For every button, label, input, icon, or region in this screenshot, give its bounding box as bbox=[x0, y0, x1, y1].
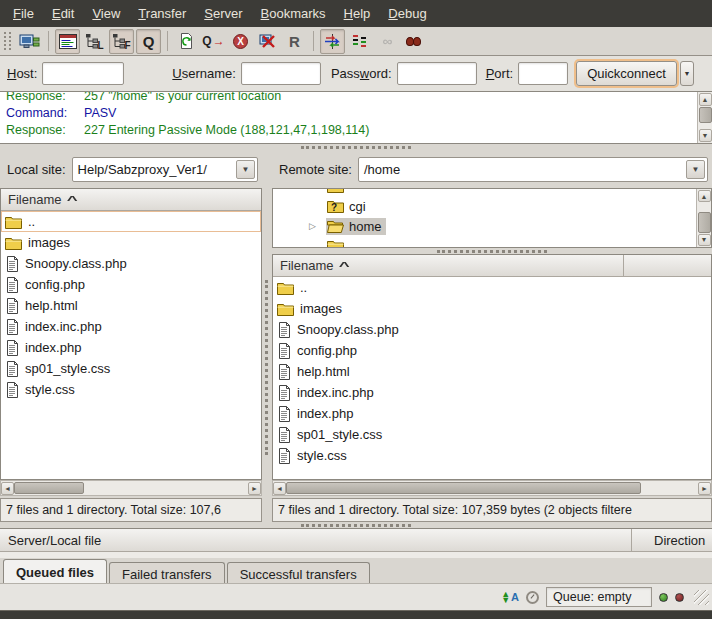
file-row[interactable]: index.php bbox=[1, 337, 261, 358]
menu-file[interactable]: File bbox=[4, 2, 43, 25]
refresh-button[interactable] bbox=[174, 29, 199, 54]
file-icon bbox=[5, 277, 19, 293]
directory-comparison-button[interactable] bbox=[347, 29, 372, 54]
local-site-dropdown-button[interactable]: ▼ bbox=[236, 160, 255, 179]
scroll-right-icon[interactable]: ► bbox=[248, 482, 261, 495]
file-row[interactable]: help.html bbox=[273, 361, 711, 382]
tree-item-name: cgi bbox=[349, 199, 366, 214]
file-row[interactable]: sp01_style.css bbox=[273, 424, 711, 445]
scroll-up-icon[interactable]: ▲ bbox=[699, 93, 712, 106]
folder-open-icon bbox=[327, 219, 344, 233]
file-icon bbox=[5, 319, 19, 335]
tree-item-partial[interactable] bbox=[273, 236, 711, 248]
tree-scrollbar[interactable]: ▲ ▼ bbox=[696, 189, 711, 247]
speed-limits-icon[interactable] bbox=[526, 591, 539, 604]
glyph-F: F bbox=[124, 40, 130, 51]
tab-failed-transfers[interactable]: Failed transfers bbox=[109, 562, 225, 583]
file-row[interactable]: index.inc.php bbox=[273, 382, 711, 403]
quickconnect-dropdown-button[interactable]: ▼ bbox=[680, 61, 694, 86]
port-input[interactable] bbox=[518, 62, 568, 85]
resize-grip[interactable] bbox=[694, 590, 709, 605]
toggle-remote-tree-button[interactable]: F bbox=[109, 29, 134, 54]
remote-hscroll-thumb[interactable] bbox=[286, 482, 641, 494]
file-row[interactable]: index.php bbox=[273, 403, 711, 424]
scroll-left-icon[interactable]: ◄ bbox=[1, 482, 14, 495]
remote-file-list: Filename ^ ..imagesSnoopy.class.phpconfi… bbox=[272, 254, 712, 480]
file-row[interactable]: style.css bbox=[273, 445, 711, 466]
menu-edit[interactable]: Edit bbox=[43, 2, 83, 25]
file-row[interactable]: sp01_style.css bbox=[1, 358, 261, 379]
file-row[interactable]: config.php bbox=[273, 340, 711, 361]
local-site-value: Help/Sabzproxy_Ver1/ bbox=[78, 162, 207, 177]
remote-horizontal-scrollbar[interactable]: ◄ ► bbox=[272, 480, 712, 496]
toggle-local-tree-button[interactable]: L bbox=[82, 29, 107, 54]
chevron-down-icon: ▼ bbox=[683, 70, 690, 77]
remote-list-header[interactable]: Filename ^ bbox=[273, 255, 711, 277]
tree-scrollbar-thumb[interactable] bbox=[698, 212, 711, 233]
transfer-type-icon[interactable]: ▲▼A bbox=[501, 591, 519, 603]
site-manager-button[interactable] bbox=[17, 29, 42, 54]
scroll-up-icon[interactable]: ▲ bbox=[698, 190, 711, 202]
password-input[interactable] bbox=[397, 62, 477, 85]
direction-column-header[interactable]: Direction bbox=[632, 533, 712, 548]
file-row[interactable]: .. bbox=[273, 277, 711, 298]
tree-item-home[interactable]: ▷home bbox=[273, 216, 711, 236]
filename-column-header[interactable]: Filename bbox=[280, 258, 333, 273]
toolbar-grip-handle[interactable] bbox=[4, 32, 11, 50]
toggle-message-log-button[interactable] bbox=[55, 29, 80, 54]
search-button[interactable] bbox=[401, 29, 426, 54]
server-local-file-column-header[interactable]: Server/Local file bbox=[0, 529, 632, 551]
toggle-queue-button[interactable]: Q bbox=[136, 29, 161, 54]
queue-splitter[interactable] bbox=[0, 522, 712, 528]
log-scrollbar-thumb[interactable] bbox=[699, 107, 712, 123]
menu-server[interactable]: Server bbox=[195, 2, 251, 25]
menu-help[interactable]: Help bbox=[335, 2, 380, 25]
file-row[interactable]: Snoopy.class.php bbox=[1, 253, 261, 274]
quickconnect-bar: Host: Username: Password: Port: Quickcon… bbox=[0, 56, 712, 91]
tree-splitter[interactable] bbox=[272, 248, 712, 254]
local-list-header[interactable]: Filename ^ bbox=[1, 189, 261, 211]
filesize-column-header[interactable] bbox=[624, 255, 711, 276]
menu-transfer[interactable]: Transfer bbox=[129, 2, 195, 25]
filename-column-header[interactable]: Filename bbox=[8, 192, 61, 207]
log-splitter[interactable] bbox=[0, 144, 712, 150]
local-hscroll-thumb[interactable] bbox=[14, 482, 84, 494]
disconnect-button[interactable] bbox=[255, 29, 280, 54]
remote-site-combo[interactable]: /home ▼ bbox=[358, 157, 708, 182]
reconnect-button[interactable]: R bbox=[282, 29, 307, 54]
tab-successful-transfers[interactable]: Successful transfers bbox=[227, 562, 370, 583]
username-input[interactable] bbox=[241, 62, 321, 85]
menu-debug[interactable]: Debug bbox=[379, 2, 435, 25]
file-row[interactable]: index.inc.php bbox=[1, 316, 261, 337]
scroll-down-icon[interactable]: ▼ bbox=[698, 234, 711, 246]
file-row[interactable]: images bbox=[273, 298, 711, 319]
remote-site-dropdown-button[interactable]: ▼ bbox=[686, 160, 705, 179]
file-row[interactable]: .. bbox=[1, 211, 261, 232]
expander-icon[interactable]: ▷ bbox=[309, 221, 326, 231]
scroll-down-icon[interactable]: ▼ bbox=[699, 129, 712, 142]
file-row[interactable]: Snoopy.class.php bbox=[273, 319, 711, 340]
tab-queued-files[interactable]: Queued files bbox=[3, 559, 107, 583]
folder-icon bbox=[5, 215, 22, 229]
file-row[interactable]: images bbox=[1, 232, 261, 253]
filter-button[interactable]: ∞ bbox=[374, 29, 399, 54]
file-row[interactable]: style.css bbox=[1, 379, 261, 400]
log-scrollbar[interactable]: ▲ ▼ bbox=[697, 92, 712, 143]
local-site-combo[interactable]: Help/Sabzproxy_Ver1/ ▼ bbox=[72, 157, 258, 182]
quickconnect-button[interactable]: Quickconnect bbox=[576, 61, 677, 86]
menu-bookmarks[interactable]: Bookmarks bbox=[252, 2, 335, 25]
synchronized-browsing-button[interactable] bbox=[320, 29, 345, 54]
file-row[interactable]: help.html bbox=[1, 295, 261, 316]
scroll-left-icon[interactable]: ◄ bbox=[273, 482, 286, 495]
host-input[interactable] bbox=[42, 62, 124, 85]
menu-view[interactable]: View bbox=[83, 2, 129, 25]
process-queue-button[interactable]: Q→ bbox=[201, 29, 226, 54]
cancel-button[interactable]: X bbox=[228, 29, 253, 54]
pane-splitter[interactable] bbox=[262, 150, 272, 522]
tree-item-partial[interactable] bbox=[273, 188, 711, 196]
file-icon bbox=[5, 298, 19, 314]
local-horizontal-scrollbar[interactable]: ◄ ► bbox=[0, 480, 262, 496]
file-row[interactable]: config.php bbox=[1, 274, 261, 295]
tree-item-cgi[interactable]: ?cgi bbox=[273, 196, 711, 216]
scroll-right-icon[interactable]: ► bbox=[698, 482, 711, 495]
